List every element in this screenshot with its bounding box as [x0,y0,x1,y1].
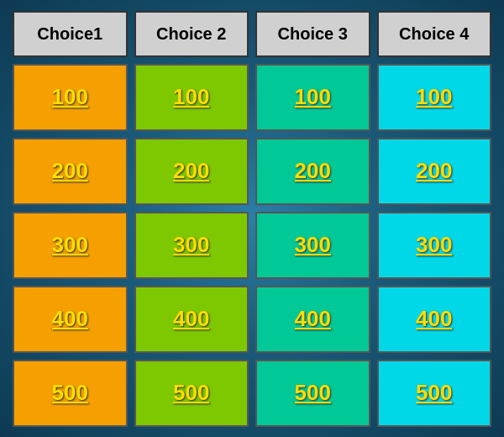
data-row-200: 200200200200 [13,138,491,205]
cell-c2-400[interactable]: 400 [134,286,249,353]
cell-c3-400[interactable]: 400 [255,286,370,353]
cell-c2-300[interactable]: 300 [134,212,249,279]
cell-c1-300[interactable]: 300 [13,212,128,279]
header-choice3: Choice 3 [255,11,370,57]
cell-c3-100[interactable]: 100 [255,64,370,131]
cell-c4-200[interactable]: 200 [377,138,492,205]
cell-c4-400[interactable]: 400 [377,286,492,353]
cell-c1-400[interactable]: 400 [13,286,128,353]
cell-c3-500[interactable]: 500 [255,360,370,427]
header-choice4: Choice 4 [377,11,492,57]
cell-c4-500[interactable]: 500 [377,360,492,427]
cell-c1-100[interactable]: 100 [13,64,128,131]
cell-c1-500[interactable]: 500 [13,360,128,427]
header-row: Choice1Choice 2Choice 3Choice 4 [13,11,491,57]
cell-c2-100[interactable]: 100 [134,64,249,131]
cell-c3-300[interactable]: 300 [255,212,370,279]
cell-c3-200[interactable]: 200 [255,138,370,205]
data-row-100: 100100100100 [13,64,491,131]
header-choice1: Choice1 [13,11,128,57]
data-row-300: 300300300300 [13,212,491,279]
data-rows: 1001001001002002002002003003003003004004… [13,64,491,427]
cell-c4-300[interactable]: 300 [377,212,492,279]
cell-c1-200[interactable]: 200 [13,138,128,205]
cell-c2-500[interactable]: 500 [134,360,249,427]
cell-c4-100[interactable]: 100 [377,64,492,131]
data-row-400: 400400400400 [13,286,491,353]
header-choice2: Choice 2 [134,11,249,57]
cell-c2-200[interactable]: 200 [134,138,249,205]
game-board: Choice1Choice 2Choice 3Choice 4 10010010… [13,11,491,427]
data-row-500: 500500500500 [13,360,491,427]
